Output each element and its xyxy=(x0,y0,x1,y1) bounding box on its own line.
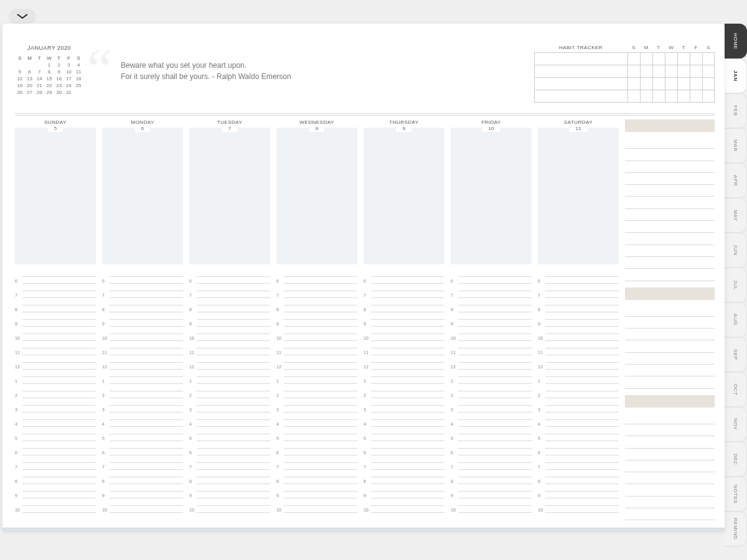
hour-row[interactable]: 5 xyxy=(451,427,532,441)
hour-row[interactable]: 12 xyxy=(102,355,183,370)
side-tab-notes[interactable]: NOTES xyxy=(725,477,747,511)
hour-row[interactable]: 9 xyxy=(102,484,183,498)
hour-row[interactable]: 12 xyxy=(276,355,357,370)
mini-cal-day[interactable]: 6 xyxy=(25,68,35,75)
side-notes-header[interactable] xyxy=(625,287,715,300)
hour-row[interactable]: 11 xyxy=(451,341,532,355)
hour-row[interactable]: 8 xyxy=(15,470,96,484)
hour-row[interactable]: 5 xyxy=(364,427,444,441)
hour-row[interactable]: 8 xyxy=(451,470,532,484)
hour-row[interactable]: 9 xyxy=(538,484,619,498)
hour-row[interactable]: 7 xyxy=(276,284,357,298)
hour-row[interactable]: 7 xyxy=(451,284,532,298)
hour-row[interactable]: 10 xyxy=(451,327,532,341)
hour-row[interactable]: 6 xyxy=(189,441,270,455)
habit-check-cell[interactable] xyxy=(690,90,702,103)
hour-row[interactable]: 7 xyxy=(538,284,619,298)
hour-row[interactable]: 6 xyxy=(15,441,96,455)
habit-row[interactable] xyxy=(534,90,715,103)
side-notes-line[interactable] xyxy=(625,329,715,340)
mini-cal-day[interactable]: 19 xyxy=(15,82,25,89)
hour-row[interactable]: 10 xyxy=(276,498,357,513)
hour-row[interactable]: 6 xyxy=(364,441,444,455)
hour-row[interactable]: 3 xyxy=(451,398,532,413)
mini-cal-day[interactable]: 10 xyxy=(64,68,74,75)
hour-row[interactable]: 9 xyxy=(451,312,532,327)
habit-check-cell[interactable] xyxy=(690,53,702,65)
hour-row[interactable]: 11 xyxy=(15,341,96,355)
hour-row[interactable]: 6 xyxy=(189,269,270,284)
side-tab-nov[interactable]: NOV xyxy=(725,407,747,442)
hour-row[interactable]: 1 xyxy=(451,370,532,384)
side-notes-line[interactable] xyxy=(625,317,715,329)
hour-row[interactable]: 3 xyxy=(102,398,183,413)
hour-row[interactable]: 8 xyxy=(189,470,270,484)
habit-row[interactable] xyxy=(534,53,715,65)
hour-row[interactable]: 9 xyxy=(276,312,357,327)
side-tab-jul[interactable]: JUL xyxy=(725,268,747,302)
habit-name-cell[interactable] xyxy=(534,65,627,78)
habit-check-cell[interactable] xyxy=(690,78,702,90)
side-notes-line[interactable] xyxy=(625,497,715,508)
hour-row[interactable]: 6 xyxy=(276,269,357,284)
side-notes-line[interactable] xyxy=(625,449,715,460)
hour-row[interactable]: 9 xyxy=(189,312,270,327)
hour-row[interactable]: 8 xyxy=(102,470,183,484)
mini-cal-day[interactable]: 25 xyxy=(73,82,83,89)
side-tab-dec[interactable]: DEC xyxy=(725,442,747,477)
side-notes-header[interactable] xyxy=(625,119,715,132)
hour-row[interactable]: 6 xyxy=(451,441,532,455)
habit-name-cell[interactable] xyxy=(534,53,627,65)
hour-row[interactable]: 9 xyxy=(364,312,444,327)
side-notes-line[interactable] xyxy=(625,436,715,448)
hour-row[interactable]: 4 xyxy=(189,413,270,427)
toolbar-handle[interactable] xyxy=(9,9,36,24)
mini-cal-day[interactable]: 8 xyxy=(44,68,54,75)
hour-row[interactable]: 6 xyxy=(538,441,619,455)
hour-row[interactable]: 5 xyxy=(538,427,619,441)
hour-row[interactable]: 9 xyxy=(364,484,444,498)
mini-cal-day[interactable]: 23 xyxy=(54,82,64,89)
side-tab-jun[interactable]: JUN xyxy=(725,233,747,268)
side-notes-line[interactable] xyxy=(625,413,715,424)
side-notes-line[interactable] xyxy=(625,353,715,365)
hour-row[interactable]: 8 xyxy=(189,298,270,312)
hour-row[interactable]: 12 xyxy=(364,355,444,370)
side-notes-line[interactable] xyxy=(625,221,715,233)
hour-row[interactable]: 7 xyxy=(538,455,619,470)
habit-check-cell[interactable] xyxy=(702,78,715,90)
hour-row[interactable]: 5 xyxy=(102,427,183,441)
mini-cal-day[interactable]: 11 xyxy=(73,68,83,75)
hour-row[interactable]: 6 xyxy=(364,269,444,284)
hour-row[interactable]: 6 xyxy=(276,441,357,455)
hour-row[interactable]: 2 xyxy=(451,384,532,398)
day-notes-box[interactable]: 5 xyxy=(15,128,96,264)
habit-check-cell[interactable] xyxy=(677,90,690,103)
hour-row[interactable]: 6 xyxy=(102,269,183,284)
hour-row[interactable]: 6 xyxy=(538,269,619,284)
hour-row[interactable]: 11 xyxy=(102,341,183,355)
side-notes-line[interactable] xyxy=(625,424,715,436)
mini-cal-day[interactable]: 15 xyxy=(44,75,54,82)
habit-name-cell[interactable] xyxy=(534,90,627,103)
mini-cal-day[interactable]: 13 xyxy=(25,75,35,82)
hour-row[interactable]: 12 xyxy=(538,355,619,370)
hour-row[interactable]: 4 xyxy=(364,413,444,427)
habit-check-cell[interactable] xyxy=(640,53,652,65)
day-notes-box[interactable]: 11 xyxy=(538,128,619,264)
hour-row[interactable]: 1 xyxy=(189,370,270,384)
hour-row[interactable]: 2 xyxy=(15,384,96,398)
hour-row[interactable]: 10 xyxy=(276,327,357,341)
mini-cal-day[interactable]: 26 xyxy=(15,89,25,96)
hour-row[interactable]: 8 xyxy=(538,298,619,312)
mini-cal-day[interactable]: 7 xyxy=(34,68,44,75)
side-tab-home[interactable]: HOME xyxy=(725,24,747,58)
hour-row[interactable]: 6 xyxy=(451,269,532,284)
hour-row[interactable]: 10 xyxy=(364,498,444,513)
hour-row[interactable]: 3 xyxy=(364,398,444,413)
side-tab-may[interactable]: MAY xyxy=(725,198,747,233)
side-notes-line[interactable] xyxy=(625,460,715,472)
hour-row[interactable]: 9 xyxy=(15,484,96,498)
side-notes-line[interactable] xyxy=(625,197,715,208)
hour-row[interactable]: 7 xyxy=(276,455,357,470)
